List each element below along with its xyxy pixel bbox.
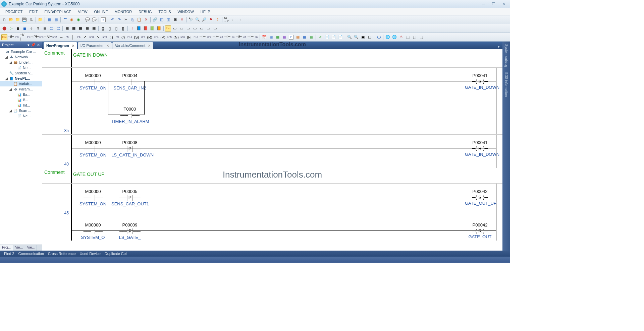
delete-icon[interactable]: ✕ bbox=[143, 17, 149, 23]
tree-item[interactable]: 📊Ba... bbox=[0, 92, 42, 97]
ladder-canvas[interactable]: Comment GATE IN DOWN 35 M00000 ──┤ ├── S… bbox=[42, 49, 502, 251]
esc-icon[interactable]: Esc bbox=[165, 25, 171, 31]
book2-icon[interactable]: 📕 bbox=[143, 25, 149, 31]
tab-newprogram[interactable]: NewProgram✕ bbox=[44, 42, 77, 49]
link-icon[interactable]: 🔗 bbox=[152, 17, 158, 23]
paste-icon[interactable]: 📋 bbox=[136, 17, 142, 23]
contact-m00000-2[interactable]: M00000──┤ ├──SYSTEM_ON bbox=[74, 140, 111, 158]
print-icon[interactable]: 🖶 bbox=[28, 17, 34, 23]
esc2-icon[interactable]: Esc bbox=[1, 34, 7, 40]
cut-icon[interactable]: ✂ bbox=[123, 17, 129, 23]
globe-icon[interactable]: 🌐 bbox=[385, 34, 391, 40]
undo-icon[interactable]: ↶ bbox=[109, 17, 115, 23]
excl-icon[interactable]: ! bbox=[129, 25, 135, 31]
mon2-icon[interactable]: 🖵 bbox=[55, 25, 61, 31]
grid4-icon[interactable]: ▦ bbox=[84, 25, 90, 31]
menu-online[interactable]: ONLINE bbox=[91, 9, 111, 15]
ld18-icon[interactable]: ⊣⊢ bbox=[224, 34, 230, 40]
grid-b-icon[interactable]: ▦ bbox=[275, 34, 281, 40]
tab-close-icon[interactable]: ✕ bbox=[72, 44, 74, 48]
brk4-icon[interactable]: [] bbox=[120, 25, 126, 31]
minimize-button[interactable]: — bbox=[479, 1, 488, 7]
module-icon[interactable]: ▦ bbox=[46, 17, 52, 23]
contact-t0000[interactable]: T0000 ──┤ ├── TIMER_IN_ALARM bbox=[111, 107, 148, 124]
comment2-icon[interactable]: 💬 bbox=[91, 17, 97, 23]
tree-item[interactable]: 📄Ne... bbox=[0, 113, 42, 119]
ld15-icon[interactable]: [F] bbox=[186, 34, 192, 40]
ld2-icon[interactable]: ⊣/⊢ bbox=[20, 34, 26, 40]
menu-help[interactable]: HELP bbox=[197, 9, 214, 15]
grid-c-icon[interactable]: ▦ bbox=[281, 34, 287, 40]
step10-icon[interactable]: 10→11 bbox=[224, 17, 230, 23]
coil-p00041-r[interactable]: P00041─( R )─GATE_IN_DOWN bbox=[465, 140, 495, 157]
grid5-icon[interactable]: ▦ bbox=[91, 25, 97, 31]
arrow-right-icon[interactable]: → bbox=[237, 17, 243, 23]
fn6-icon[interactable]: ▭ bbox=[205, 25, 211, 31]
binoculars-icon[interactable]: 🔭 bbox=[188, 17, 194, 23]
play-icon[interactable]: ▷ bbox=[8, 25, 14, 31]
chk-icon[interactable]: ✔ bbox=[317, 34, 323, 40]
ul-icon[interactable]: ⇧ bbox=[35, 25, 41, 31]
grid-a-icon[interactable]: ▦ bbox=[268, 34, 274, 40]
grid2-icon[interactable]: ▦ bbox=[71, 25, 77, 31]
bottom-tab-used-device[interactable]: Used Device bbox=[78, 252, 103, 256]
docy-icon[interactable]: 📄 bbox=[331, 34, 337, 40]
arrow-left-icon[interactable]: ← bbox=[230, 17, 236, 23]
rec-icon[interactable]: ⬤ bbox=[1, 25, 7, 31]
stop-icon[interactable]: ⏹ bbox=[21, 25, 28, 31]
grid-e-icon[interactable]: ▦ bbox=[302, 34, 308, 40]
net3-icon[interactable]: ⊞ bbox=[172, 17, 178, 23]
f-icon[interactable]: F bbox=[288, 34, 294, 40]
right-tab-system-catalog[interactable]: System catalog bbox=[504, 42, 508, 70]
coil-p00042-r[interactable]: P00042─( R )─GATE_OUT bbox=[465, 222, 495, 240]
tab-io-parameter[interactable]: I/O Parameter✕ bbox=[78, 42, 112, 49]
find-icon[interactable]: 🔍 bbox=[195, 17, 201, 23]
menu-debug[interactable]: DEBUG bbox=[135, 9, 155, 15]
tab-menu-icon[interactable]: ▾ bbox=[496, 45, 501, 49]
tree-item[interactable]: 📋Variab... bbox=[0, 81, 42, 86]
contact-m00000-4[interactable]: M00000──┤ ├──SYSTEM_O bbox=[74, 222, 111, 240]
tab-variable-comment[interactable]: Variable/Comment✕ bbox=[112, 42, 153, 49]
tree-item[interactable]: ◢📦Undefi... bbox=[0, 60, 42, 65]
grid-f-icon[interactable]: ▦ bbox=[308, 34, 314, 40]
menu-window[interactable]: WINDOW bbox=[174, 9, 197, 15]
brk2-icon[interactable]: [] bbox=[107, 25, 113, 31]
goto-icon[interactable]: ⤴ bbox=[215, 17, 221, 23]
ld11-icon[interactable]: (S) bbox=[133, 34, 140, 40]
grid-icon[interactable]: ▦ bbox=[64, 25, 70, 31]
fn1-icon[interactable]: ▭ bbox=[172, 25, 178, 31]
fn5-icon[interactable]: ▭ bbox=[199, 25, 205, 31]
coil-p00041-s[interactable]: P00041 ─( S )─ GATE_IN_DOWN bbox=[465, 73, 495, 90]
ld8-icon[interactable]: ↘ bbox=[95, 34, 101, 40]
panel-tab-view2[interactable]: Vie... bbox=[25, 245, 37, 251]
panel-pin-icon[interactable]: 📌 bbox=[31, 43, 36, 47]
mon3-icon[interactable]: 🖵 bbox=[376, 34, 382, 40]
misc1-icon[interactable]: ⬚ bbox=[405, 34, 411, 40]
folder-icon[interactable]: 📁 bbox=[37, 17, 43, 23]
find-err-icon[interactable]: ⚑ bbox=[208, 17, 214, 23]
net-icon[interactable]: ◫ bbox=[159, 17, 165, 23]
tree-item[interactable]: ◢📑Scan ... bbox=[0, 108, 42, 113]
contact-p00004[interactable]: P00004 ──┤ ├── SENS_CAR_IN2 bbox=[111, 73, 148, 91]
bottom-tab-communication[interactable]: Communication bbox=[16, 252, 46, 256]
dl-icon[interactable]: ⇩ bbox=[28, 25, 34, 31]
ld17-icon[interactable]: ⊣⊢ bbox=[213, 34, 219, 40]
cmp-icon[interactable]: ≣ bbox=[42, 25, 48, 31]
ld20-icon[interactable]: ⊣⊢ bbox=[248, 34, 254, 40]
book-icon[interactable]: 📘 bbox=[136, 25, 142, 31]
contact-p00009[interactable]: P00009──┤P├──LS_GATE_ bbox=[111, 222, 148, 240]
ld10-icon[interactable]: (/) bbox=[120, 34, 126, 40]
fn3-icon[interactable]: ▭ bbox=[185, 25, 191, 31]
redo-icon[interactable]: ↷ bbox=[116, 17, 122, 23]
ld13-icon[interactable]: (P) bbox=[160, 34, 166, 40]
ld12-icon[interactable]: (R) bbox=[147, 34, 153, 40]
comment-icon[interactable]: 💬 bbox=[85, 17, 91, 23]
open-project-icon[interactable]: 📁 bbox=[15, 17, 21, 23]
contact-m00000-3[interactable]: M00000──┤ ├──SYSTEM_ON bbox=[74, 189, 111, 207]
coil-p00042-s[interactable]: P00042─( S )─GATE_OUT_UP bbox=[465, 189, 495, 206]
tree-item[interactable]: -🗂Example Car ... bbox=[0, 49, 42, 54]
tree-item[interactable]: 🔧System V... bbox=[0, 70, 42, 76]
cal-icon[interactable]: 📅 bbox=[261, 34, 267, 40]
fn4-icon[interactable]: ▭ bbox=[192, 25, 198, 31]
maximize-button[interactable]: 🗖 bbox=[489, 1, 498, 7]
